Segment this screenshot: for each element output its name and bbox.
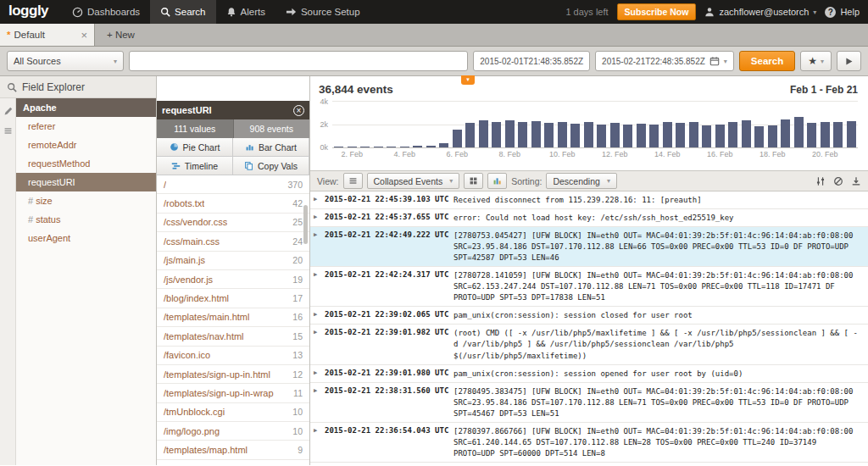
new-tab-button[interactable]: + New	[95, 24, 147, 46]
field-item-status[interactable]: #status	[16, 210, 156, 229]
field-value-row[interactable]: /css/main.css24	[157, 232, 309, 251]
histogram-bar[interactable]	[479, 120, 488, 147]
source-groups-select[interactable]: All Sources ▾	[7, 51, 124, 71]
histogram-bar[interactable]	[387, 147, 396, 147]
histogram-bar[interactable]	[781, 119, 790, 147]
log-event-row[interactable]: ▶2015-02-21 22:39:01.982 UTC(root) CMD (…	[310, 325, 868, 364]
histogram-bar[interactable]	[663, 122, 672, 147]
view-mode-select[interactable]: Collapsed Events ▾	[367, 173, 460, 189]
tab-default[interactable]: * Default ×	[0, 24, 95, 46]
histogram-bar[interactable]	[821, 122, 830, 147]
expand-event-icon[interactable]: ▶	[314, 230, 325, 264]
histogram-bar[interactable]	[426, 146, 436, 147]
search-button[interactable]: Search	[739, 51, 795, 71]
field-value-row[interactable]: /js/vendor.js19	[157, 270, 309, 289]
copy-vals-button[interactable]: Copy Vals	[233, 157, 309, 175]
values-scrollbar[interactable]	[303, 205, 308, 244]
histogram-bar[interactable]	[847, 121, 856, 147]
date-to-input[interactable]: 2015-02-21T22:48:35.852Z ▾	[595, 51, 734, 71]
search-drawer-handle[interactable]: ▾	[461, 75, 475, 85]
pointer-tool-icon[interactable]	[3, 107, 13, 116]
expand-event-icon[interactable]: ▶	[314, 269, 325, 303]
timeline-button[interactable]: Timeline	[157, 157, 233, 175]
histogram-bar[interactable]	[558, 122, 567, 147]
grid-view-button[interactable]	[464, 173, 483, 189]
close-tab-icon[interactable]: ×	[81, 30, 87, 41]
field-item-size[interactable]: #size	[16, 191, 156, 210]
column-settings-icon[interactable]	[815, 176, 826, 186]
pie-chart-button[interactable]: Pie Chart	[157, 138, 233, 157]
field-value-row[interactable]: /blog/…9	[157, 460, 309, 465]
histogram-bar[interactable]	[439, 143, 448, 148]
nav-item-dashboards[interactable]: Dashboards	[62, 0, 150, 24]
field-value-row[interactable]: /js/main.js20	[157, 252, 309, 270]
help-menu[interactable]: ? Help	[825, 7, 860, 18]
chart-view-button[interactable]	[487, 173, 507, 189]
histogram-bar[interactable]	[518, 122, 527, 147]
field-value-row[interactable]: /blog/index.html17	[157, 289, 309, 308]
loggly-logo[interactable]: loggly	[0, 0, 62, 24]
field-value-row[interactable]: /templates/main.html16	[157, 308, 309, 327]
field-item-remoteAddr[interactable]: remoteAddr	[16, 136, 156, 154]
histogram-bar[interactable]	[689, 122, 698, 147]
expand-event-icon[interactable]: ▶	[314, 212, 325, 224]
log-event-row[interactable]: ▶2015-02-21 22:32:26.998 UTC[2780130.822…	[310, 463, 868, 465]
nav-item-alerts[interactable]: Alerts	[216, 0, 275, 24]
field-value-row[interactable]: /tmUnblock.cgi10	[157, 403, 309, 422]
histogram-bar[interactable]	[505, 120, 515, 147]
field-item-requestURI[interactable]: requestURI	[16, 173, 156, 191]
histogram-bar[interactable]	[531, 121, 541, 147]
nav-item-source-setup[interactable]: Source Setup	[275, 0, 370, 24]
sort-order-select[interactable]: Descending ▾	[546, 173, 616, 189]
histogram-bar[interactable]	[400, 147, 409, 148]
histogram-bar[interactable]	[768, 125, 777, 147]
field-value-row[interactable]: /templates/sign-up-in-wrap11	[157, 384, 309, 402]
histogram-bar[interactable]	[807, 123, 816, 147]
expand-event-icon[interactable]: ▶	[314, 194, 325, 206]
histogram-bar[interactable]	[715, 125, 725, 148]
values-count-tab[interactable]: 111 values	[157, 119, 234, 138]
log-event-row[interactable]: ▶2015-02-21 22:36:54.043 UTC[2780397.866…	[310, 423, 868, 463]
histogram-bar[interactable]	[754, 126, 764, 147]
download-icon[interactable]	[851, 176, 861, 186]
field-group-apache[interactable]: Apache	[16, 98, 156, 117]
histogram-bar[interactable]	[570, 124, 580, 147]
date-from-input[interactable]: 2015-02-01T21:48:35.852Z	[473, 51, 590, 71]
events-count-tab[interactable]: 908 events	[234, 119, 310, 138]
field-value-row[interactable]: /img/logo.png10	[157, 422, 309, 441]
live-tail-button[interactable]	[837, 51, 861, 71]
field-value-row[interactable]: /370	[157, 175, 309, 194]
histogram-bar[interactable]	[702, 125, 711, 147]
histogram-bar[interactable]	[623, 125, 632, 147]
expand-event-icon[interactable]: ▶	[314, 368, 325, 380]
histogram-bar[interactable]	[453, 130, 462, 147]
subscribe-now-button[interactable]: Subscribe Now	[617, 3, 697, 20]
histogram-bar[interactable]	[334, 147, 343, 147]
log-event-row[interactable]: ▶2015-02-21 22:42:49.222 UTC[2780753.045…	[310, 227, 868, 267]
histogram-bar[interactable]	[742, 120, 751, 147]
field-item-referer[interactable]: referer	[16, 117, 156, 136]
field-value-row[interactable]: /favicon.ico13	[157, 347, 309, 365]
saved-searches-button[interactable]: ★ ▾	[800, 51, 832, 71]
log-event-row[interactable]: ▶2015-02-21 22:39:02.065 UTCpam_unix(cro…	[310, 307, 868, 325]
log-event-row[interactable]: ▶2015-02-21 22:45:37.655 UTCerror: Could…	[310, 209, 868, 227]
field-value-row[interactable]: /robots.txt42	[157, 194, 309, 213]
user-menu[interactable]: zachflower@usetorch ▾	[704, 7, 816, 17]
histogram-bar[interactable]	[374, 147, 383, 147]
log-event-row[interactable]: ▶2015-02-21 22:45:39.103 UTCReceived dis…	[310, 191, 868, 209]
search-query-input[interactable]	[129, 51, 468, 71]
field-value-row[interactable]: /templates/sign-up-in.html12	[157, 365, 309, 384]
expand-event-icon[interactable]: ▶	[314, 309, 325, 321]
histogram-bar[interactable]	[360, 147, 370, 147]
log-event-row[interactable]: ▶2015-02-21 22:42:24.317 UTC[2780728.141…	[310, 267, 868, 307]
nav-item-search[interactable]: Search	[150, 0, 215, 24]
field-value-row[interactable]: /css/vendor.css25	[157, 214, 309, 232]
close-panel-icon[interactable]: ×	[293, 105, 304, 116]
expand-event-icon[interactable]: ▶	[314, 327, 325, 361]
histogram-bar[interactable]	[544, 123, 554, 147]
histogram-bar[interactable]	[348, 147, 357, 147]
list-tool-icon[interactable]	[3, 126, 13, 136]
stop-live-icon[interactable]	[833, 176, 843, 186]
histogram-bar[interactable]	[584, 122, 593, 147]
histogram-bar[interactable]	[492, 122, 501, 147]
